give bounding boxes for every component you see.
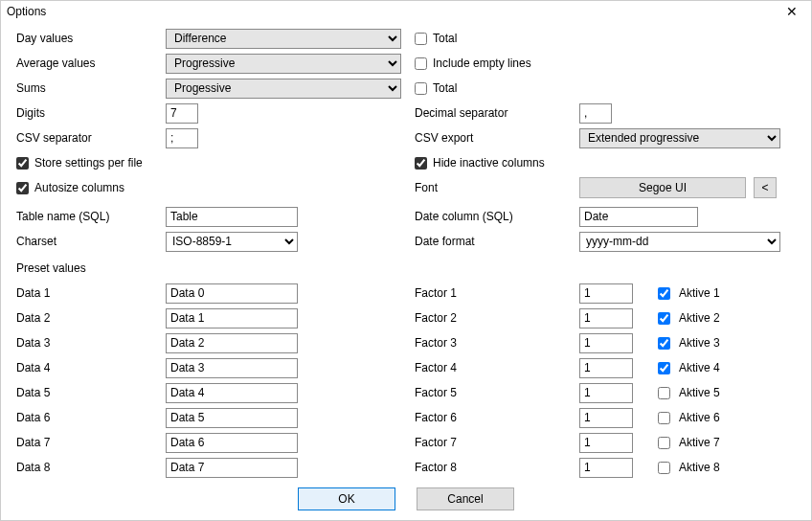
charset-label: Charset <box>16 235 166 248</box>
factor-label-6: Factor 6 <box>415 411 579 424</box>
aktive-checkbox-6[interactable] <box>658 412 670 424</box>
cancel-button[interactable]: Cancel <box>417 487 514 510</box>
autosize-columns-label: Autosize columns <box>34 181 124 194</box>
aktive-label-7: Aktive 7 <box>679 436 720 449</box>
total2-label: Total <box>433 81 457 95</box>
aktive-checkbox-8[interactable] <box>658 462 670 474</box>
factor-label-5: Factor 5 <box>415 386 579 399</box>
data-label-7: Data 7 <box>16 436 166 449</box>
include-empty-label: Include empty lines <box>433 57 531 70</box>
aktive-label-2: Aktive 2 <box>679 311 720 325</box>
store-per-file-label: Store settings per file <box>34 156 143 170</box>
factor-input-8[interactable] <box>579 458 633 478</box>
average-values-label: Average values <box>16 57 166 70</box>
aktive-checkbox-2[interactable] <box>658 312 670 325</box>
hide-inactive-label: Hide inactive columns <box>433 156 545 170</box>
factor-label-7: Factor 7 <box>415 436 579 449</box>
aktive-checkbox-4[interactable] <box>658 362 670 374</box>
aktive-label-8: Aktive 8 <box>679 461 720 474</box>
csv-export-label: CSV export <box>415 131 579 145</box>
data-input-7[interactable] <box>166 433 298 453</box>
total1-checkbox[interactable] <box>415 33 427 45</box>
data-label-6: Data 6 <box>16 411 166 424</box>
aktive-label-6: Aktive 6 <box>679 411 720 424</box>
digits-input[interactable] <box>166 103 198 124</box>
factor-input-3[interactable] <box>579 333 633 353</box>
date-column-input[interactable] <box>579 207 698 227</box>
data-label-2: Data 2 <box>16 311 166 325</box>
data-label-5: Data 5 <box>16 386 166 399</box>
font-reset-button[interactable]: < <box>754 177 777 198</box>
day-values-select[interactable]: Difference <box>166 29 401 49</box>
factor-label-2: Factor 2 <box>415 311 579 325</box>
decimal-separator-label: Decimal separator <box>415 106 579 120</box>
digits-label: Digits <box>16 106 166 120</box>
hide-inactive-checkbox[interactable] <box>415 157 427 170</box>
date-format-select[interactable]: yyyy-mm-dd <box>579 232 780 252</box>
close-icon[interactable]: ✕ <box>778 3 805 20</box>
csv-separator-label: CSV separator <box>16 131 166 145</box>
data-input-6[interactable] <box>166 408 298 428</box>
aktive-checkbox-1[interactable] <box>658 287 670 300</box>
factor-label-4: Factor 4 <box>415 361 579 374</box>
data-input-2[interactable] <box>166 308 298 328</box>
sums-label: Sums <box>16 81 166 95</box>
sums-select[interactable]: Progessive <box>166 79 401 99</box>
factor-input-2[interactable] <box>579 308 633 328</box>
aktive-checkbox-3[interactable] <box>658 337 670 350</box>
ok-button[interactable]: OK <box>298 487 395 510</box>
date-column-label: Date column (SQL) <box>415 210 579 223</box>
factor-input-5[interactable] <box>579 383 633 403</box>
day-values-label: Day values <box>16 32 166 45</box>
total2-checkbox[interactable] <box>415 82 427 95</box>
date-format-label: Date format <box>415 235 579 248</box>
button-bar: OK Cancel <box>1 482 811 520</box>
options-dialog: Options ✕ Day values Difference Average … <box>0 0 812 521</box>
data-input-4[interactable] <box>166 358 298 378</box>
data-label-4: Data 4 <box>16 361 166 374</box>
factor-input-1[interactable] <box>579 283 633 304</box>
factor-label-1: Factor 1 <box>415 286 579 300</box>
data-input-5[interactable] <box>166 383 298 403</box>
factor-input-7[interactable] <box>579 433 633 453</box>
data-input-1[interactable] <box>166 283 298 304</box>
store-per-file-checkbox[interactable] <box>16 157 29 170</box>
factor-input-4[interactable] <box>579 358 633 378</box>
autosize-columns-checkbox[interactable] <box>16 182 29 194</box>
csv-separator-input[interactable] <box>166 128 198 148</box>
font-button[interactable]: Segoe UI <box>579 177 746 198</box>
aktive-label-4: Aktive 4 <box>679 361 720 374</box>
preset-values-label: Preset values <box>16 261 86 275</box>
aktive-checkbox-5[interactable] <box>658 387 670 399</box>
font-label: Font <box>415 181 579 194</box>
factor-label-3: Factor 3 <box>415 336 579 350</box>
csv-export-select[interactable]: Extended progressive <box>579 128 780 148</box>
data-input-8[interactable] <box>166 458 298 478</box>
aktive-checkbox-7[interactable] <box>658 437 670 449</box>
aktive-label-3: Aktive 3 <box>679 336 720 350</box>
factor-label-8: Factor 8 <box>415 461 579 474</box>
data-input-3[interactable] <box>166 333 298 353</box>
data-label-1: Data 1 <box>16 286 166 300</box>
total1-label: Total <box>433 32 457 45</box>
table-name-label: Table name (SQL) <box>16 210 166 223</box>
table-name-input[interactable] <box>166 207 298 227</box>
aktive-label-5: Aktive 5 <box>679 386 720 399</box>
average-values-select[interactable]: Progressive <box>166 54 401 74</box>
decimal-separator-input[interactable] <box>579 103 612 124</box>
window-title: Options <box>7 5 778 18</box>
titlebar: Options ✕ <box>1 1 811 22</box>
charset-select[interactable]: ISO-8859-1 <box>166 232 298 252</box>
factor-input-6[interactable] <box>579 408 633 428</box>
include-empty-checkbox[interactable] <box>415 57 427 70</box>
data-label-8: Data 8 <box>16 461 166 474</box>
aktive-label-1: Aktive 1 <box>679 286 720 300</box>
data-label-3: Data 3 <box>16 336 166 350</box>
